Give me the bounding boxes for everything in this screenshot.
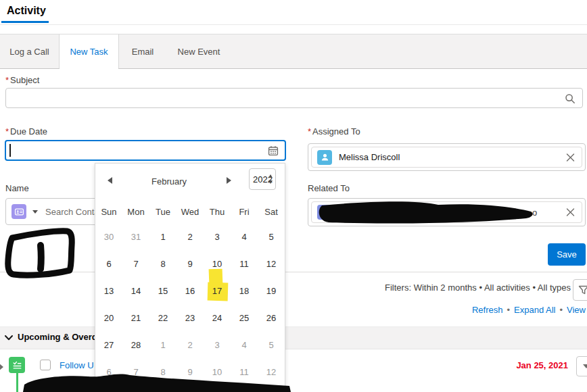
feed-links: Refresh•Expand All•View [472, 305, 586, 315]
day-cell-25[interactable]: 25 [231, 304, 258, 331]
assigned-to-pill[interactable]: Melissa Driscoll [311, 147, 582, 168]
search-icon[interactable] [565, 93, 576, 107]
task-subject-link[interactable]: Follow U [60, 360, 94, 370]
day-cell-13[interactable]: 13 [95, 277, 122, 304]
day-cell-2[interactable]: 2 [177, 223, 204, 250]
due-date-field[interactable] [5, 140, 286, 161]
weekday-mon: Mon [122, 204, 149, 219]
day-cell-7[interactable]: 7 [122, 250, 149, 277]
filter-icon [578, 285, 587, 295]
pen-rectangle-annotation [8, 231, 72, 275]
related-to-pill[interactable] [311, 201, 582, 223]
tab-new-task[interactable]: New Task [59, 34, 119, 68]
day-cell-16[interactable]: 16 [177, 277, 204, 304]
day-cell-21[interactable]: 21 [122, 304, 149, 331]
timeline-connector [16, 373, 18, 392]
day-cell-5[interactable]: 5 [258, 223, 285, 250]
tab-new-event[interactable]: New Event [166, 34, 231, 68]
day-cell-26[interactable]: 26 [258, 304, 285, 331]
day-cell-8-adjacent[interactable]: 8 [149, 358, 177, 385]
day-cell-3-adjacent[interactable]: 3 [204, 331, 231, 358]
day-cell-15[interactable]: 15 [149, 277, 177, 304]
link-view[interactable]: View [567, 305, 586, 315]
day-cell-7-adjacent[interactable]: 7 [122, 358, 149, 385]
required-asterisk: * [5, 126, 9, 137]
tab-email[interactable]: Email [119, 34, 166, 68]
day-cell-3[interactable]: 3 [204, 223, 231, 250]
day-cell-24[interactable]: 24 [204, 304, 231, 331]
day-cell-22[interactable]: 22 [149, 304, 177, 331]
page-title: Activity [7, 5, 46, 17]
day-cell-20[interactable]: 20 [95, 304, 122, 331]
day-cell-8[interactable]: 8 [149, 250, 177, 277]
weekday-row: SunMonTueWedThuFriSat [95, 204, 285, 219]
tab-strip: Log a CallNew TaskEmailNew Event [0, 34, 587, 69]
day-cell-30-adjacent[interactable]: 30 [95, 223, 122, 250]
save-button[interactable]: Save [548, 243, 586, 266]
calendar-icon[interactable] [268, 145, 279, 159]
day-cell-28[interactable]: 28 [122, 331, 149, 358]
day-cell-12[interactable]: 12 [258, 250, 285, 277]
link-expand-all[interactable]: Expand All [514, 305, 555, 315]
filter-settings-button[interactable] [573, 279, 587, 301]
day-cell-11[interactable]: 11 [231, 250, 258, 277]
chevron-down-icon[interactable] [5, 335, 13, 341]
chevron-right-icon [227, 177, 231, 184]
day-cell-6-adjacent[interactable]: 6 [95, 358, 122, 385]
day-cell-18[interactable]: 18 [231, 277, 258, 304]
text-caret [9, 144, 11, 157]
name-search-placeholder: Search Conta [45, 207, 99, 217]
required-asterisk: * [308, 126, 311, 137]
contact-icon [11, 204, 26, 219]
year-increment-icon[interactable] [268, 174, 273, 178]
remove-related-icon[interactable] [566, 208, 575, 217]
remove-assigned-icon[interactable] [566, 153, 575, 162]
tab-log-a-call[interactable]: Log a Call [0, 34, 59, 68]
task-actions-dropdown-button[interactable] [576, 356, 587, 376]
year-decrement-icon[interactable] [268, 180, 273, 184]
previous-month-button[interactable] [103, 175, 116, 186]
user-avatar-icon [317, 150, 332, 165]
day-cell-10-adjacent[interactable]: 10 [204, 358, 231, 385]
weekday-thu: Thu [204, 204, 231, 219]
day-cell-19[interactable]: 19 [258, 277, 285, 304]
day-cell-4-adjacent[interactable]: 4 [231, 331, 258, 358]
subject-field[interactable] [5, 88, 583, 108]
task-icon [9, 357, 25, 373]
day-cell-1-adjacent[interactable]: 1 [149, 331, 177, 358]
assigned-to-value: Melissa Driscoll [339, 152, 400, 162]
day-cell-17[interactable]: 17 [204, 277, 231, 304]
datepicker-month-label: February [128, 176, 210, 187]
task-complete-checkbox[interactable] [40, 360, 51, 370]
day-cell-4[interactable]: 4 [231, 223, 258, 250]
assigned-to-label: *Assigned To [308, 126, 360, 137]
day-cell-23[interactable]: 23 [177, 304, 204, 331]
day-cell-12-adjacent[interactable]: 12 [258, 358, 285, 385]
related-to-value-fragment: o [532, 207, 537, 218]
day-cell-31-adjacent[interactable]: 31 [122, 223, 149, 250]
weekday-sat: Sat [258, 204, 285, 219]
pen-vertical-stroke [41, 245, 41, 269]
day-cell-9[interactable]: 9 [177, 250, 204, 277]
assigned-to-field[interactable]: Melissa Driscoll [308, 143, 586, 171]
section-title: Upcoming & Overd [18, 332, 97, 342]
day-cell-9-adjacent[interactable]: 9 [177, 358, 204, 385]
related-to-field[interactable] [308, 198, 586, 226]
day-cell-6[interactable]: 6 [95, 250, 122, 277]
next-month-button[interactable] [222, 175, 235, 186]
chevron-down-icon[interactable] [32, 210, 38, 214]
link-refresh[interactable]: Refresh [472, 305, 503, 315]
day-cell-2-adjacent[interactable]: 2 [177, 331, 204, 358]
day-cell-27[interactable]: 27 [95, 331, 122, 358]
day-cell-5-adjacent[interactable]: 5 [258, 331, 285, 358]
weekday-tue: Tue [149, 204, 177, 219]
expand-task-chevron-icon[interactable] [0, 364, 3, 370]
header-divider [0, 24, 587, 25]
weekday-fri: Fri [231, 204, 258, 219]
subject-input[interactable] [6, 89, 582, 107]
day-cell-14[interactable]: 14 [122, 277, 149, 304]
year-spinner-field[interactable]: 2022 [249, 168, 276, 190]
day-cell-1[interactable]: 1 [149, 223, 177, 250]
day-cell-11-adjacent[interactable]: 11 [231, 358, 258, 385]
task-due-date: Jan 25, 2021 [516, 360, 568, 370]
